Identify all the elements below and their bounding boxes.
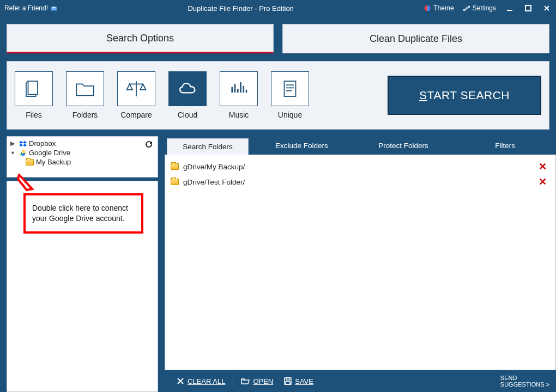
subtab-filters-label: Filters — [495, 142, 515, 150]
list-item-path: gDrive/My Backup/ — [183, 163, 245, 171]
tab-search-options[interactable]: Search Options — [7, 24, 274, 53]
mode-folders-label: Folders — [72, 111, 98, 119]
mode-toolbar: Files Folders Compare Cloud Music Unique… — [7, 61, 549, 130]
theme-button[interactable]: Theme — [419, 0, 458, 16]
mode-music-label: Music — [229, 111, 249, 119]
chevron-down-icon: ▼ — [10, 150, 17, 156]
svg-rect-5 — [507, 10, 512, 11]
tab-clean-duplicates-label: Clean Duplicate Files — [370, 33, 462, 45]
refer-icon — [50, 4, 58, 12]
refer-label: Refer a Friend! — [4, 4, 48, 12]
folders-icon — [74, 77, 96, 100]
folder-icon — [171, 163, 179, 170]
list-item[interactable]: gDrive/Test Folder/ ✕ — [170, 174, 551, 189]
mode-compare-label: Compare — [120, 111, 152, 119]
mode-folders[interactable]: Folders — [66, 71, 104, 119]
tree-item-label: My Backup — [36, 158, 71, 166]
tree-dropbox-label: Dropbox — [29, 139, 56, 148]
folder-icon — [26, 159, 34, 166]
files-icon — [22, 77, 45, 100]
subtab-filters[interactable]: Filters — [454, 136, 556, 155]
unique-icon — [279, 77, 301, 100]
folder-icon — [171, 179, 179, 185]
settings-label: Settings — [473, 4, 496, 12]
mode-cloud-label: Cloud — [178, 111, 198, 119]
refresh-icon — [144, 140, 153, 149]
open-button[interactable]: OPEN — [235, 377, 279, 385]
svg-rect-12 — [286, 382, 290, 384]
tree-gdrive-label: Google Drive — [29, 149, 70, 157]
tree-item-mybackup[interactable]: My Backup — [7, 157, 158, 167]
hint-callout: Double click here to conenct your Google… — [23, 193, 143, 234]
clear-all-button[interactable]: CLEAR ALL — [171, 377, 231, 385]
titlebar: Refer a Friend! Duplicate File Finder - … — [0, 0, 556, 16]
mode-files-label: Files — [26, 111, 42, 119]
mode-compare[interactable]: Compare — [117, 71, 155, 119]
send-line1: SEND — [500, 375, 549, 381]
subtab-exclude-label: Exclude Folders — [275, 142, 328, 150]
svg-rect-7 — [28, 81, 38, 95]
clear-icon — [177, 377, 184, 385]
main-panel: Search Folders Exclude Folders Protect F… — [165, 136, 556, 392]
hint-text: Double click here to conenct your Google… — [32, 204, 128, 223]
list-item-path: gDrive/Test Folder/ — [183, 178, 245, 186]
settings-button[interactable]: Settings — [458, 0, 500, 16]
mode-music[interactable]: Music — [220, 71, 258, 119]
open-label: OPEN — [253, 377, 273, 385]
clear-label: CLEAR ALL — [188, 377, 225, 385]
maximize-icon — [525, 5, 531, 11]
send-line2: SUGGESTIONS > — [500, 381, 549, 388]
mode-cloud[interactable]: Cloud — [168, 71, 207, 119]
maximize-button[interactable] — [519, 0, 537, 16]
subtab-protect-folders[interactable]: Protect Folders — [353, 136, 455, 155]
folder-list: gDrive/My Backup/ ✕ gDrive/Test Folder/ … — [165, 155, 556, 370]
svg-marker-9 — [18, 175, 32, 190]
subtab-search-label: Search Folders — [183, 143, 233, 151]
save-label: SAVE — [295, 377, 313, 385]
send-suggestions-link[interactable]: SEND SUGGESTIONS > — [500, 375, 549, 388]
divider — [233, 376, 233, 387]
tab-search-options-label: Search Options — [106, 33, 174, 44]
dropbox-icon — [19, 140, 27, 148]
start-rest: TART SEARCH — [427, 89, 510, 101]
chevron-right-icon: ▶ — [10, 140, 17, 147]
primary-tabs: Search Options Clean Duplicate Files — [0, 16, 556, 53]
mode-unique[interactable]: Unique — [271, 71, 309, 119]
theme-icon — [424, 4, 431, 12]
subtab-search-folders[interactable]: Search Folders — [167, 138, 249, 155]
cloud-icon — [176, 77, 200, 101]
close-button[interactable] — [537, 0, 556, 16]
subtab-exclude-folders[interactable]: Exclude Folders — [251, 136, 353, 155]
remove-button[interactable]: ✕ — [535, 176, 550, 188]
open-icon — [241, 377, 250, 385]
svg-rect-11 — [286, 378, 289, 380]
settings-icon — [463, 4, 470, 12]
gdrive-icon — [19, 149, 27, 157]
tree-dropbox[interactable]: ▶ Dropbox — [7, 139, 158, 148]
folder-subtabs: Search Folders Exclude Folders Protect F… — [165, 136, 556, 155]
remove-button[interactable]: ✕ — [535, 161, 550, 173]
minimize-icon — [506, 5, 513, 11]
music-icon — [227, 77, 250, 100]
mode-unique-label: Unique — [278, 111, 302, 119]
svg-rect-6 — [525, 5, 531, 11]
save-icon — [284, 377, 292, 385]
tree-gdrive[interactable]: ▼ Google Drive — [7, 148, 158, 157]
mode-files[interactable]: Files — [15, 71, 53, 119]
footer-bar: CLEAR ALL OPEN SAVE SEND SUGGESTIONS > — [165, 370, 556, 392]
cloud-tree: ▶ Dropbox ▼ Google Drive My Backup — [7, 136, 158, 177]
save-button[interactable]: SAVE — [279, 377, 319, 385]
tab-clean-duplicates[interactable]: Clean Duplicate Files — [282, 24, 549, 53]
theme-label: Theme — [433, 4, 454, 12]
list-item[interactable]: gDrive/My Backup/ ✕ — [170, 159, 551, 174]
subtab-protect-label: Protect Folders — [378, 142, 428, 150]
compare-icon — [125, 77, 148, 100]
minimize-button[interactable] — [500, 0, 519, 16]
refresh-button[interactable] — [144, 140, 153, 149]
refer-friend-link[interactable]: Refer a Friend! — [0, 4, 62, 12]
start-search-button[interactable]: START SEARCH — [388, 76, 541, 115]
svg-rect-8 — [285, 81, 296, 96]
close-icon — [543, 5, 550, 11]
callout-pointer-icon — [16, 174, 38, 195]
sidebar-blank: Double click here to conenct your Google… — [7, 181, 158, 392]
